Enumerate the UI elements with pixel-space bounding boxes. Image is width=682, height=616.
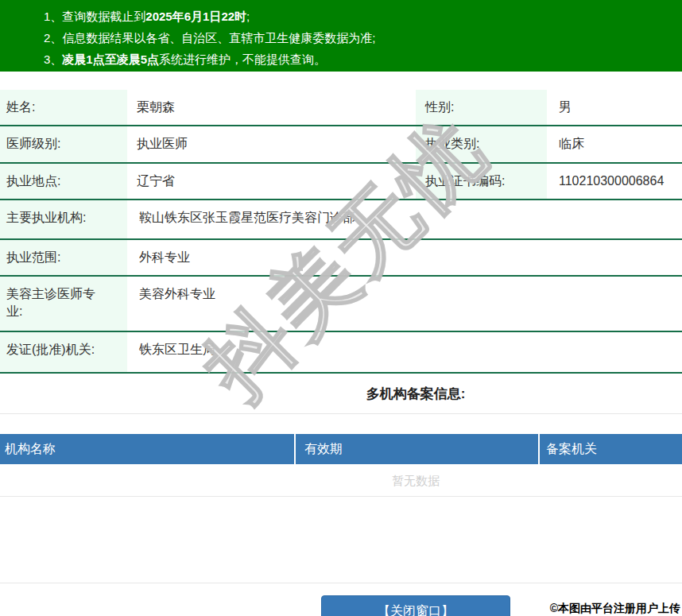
field-label-doctor-level: 医师级别: — [0, 126, 127, 162]
divider — [0, 497, 682, 583]
notice-text: ; — [246, 10, 250, 23]
field-value-issuing-authority: 铁东区卫生局 — [127, 332, 682, 372]
field-value-cosmetic-specialty: 美容外科专业 — [127, 277, 682, 331]
table-row: 执业地点: 辽宁省 执业证书编码: 110210300006864 — [0, 164, 682, 200]
table-row: 姓名: 栗朝森 性别: 男 — [0, 90, 682, 126]
multi-institution-section: 多机构备案信息: — [0, 374, 682, 414]
notice-text: 信息数据结果以各省、自治区、直辖市卫生健康委数据为准; — [62, 31, 375, 45]
notice-text-bold: 凌晨1点至凌晨5点 — [62, 52, 159, 66]
notice-item: 2、信息数据结果以各省、自治区、直辖市卫生健康委数据为准; — [44, 27, 682, 48]
table-row: 主要执业机构: 鞍山铁东区张玉霞星范医疗美容门诊部 — [0, 200, 682, 240]
field-value-name: 栗朝森 — [127, 90, 416, 125]
field-value-certificate-number: 110210300006864 — [547, 164, 682, 199]
field-label-cosmetic-specialty: 美容主诊医师专业: — [0, 277, 127, 331]
section-title: 多机构备案信息: — [366, 386, 466, 401]
field-label-practice-category: 执业类别: — [416, 126, 547, 162]
table-row: 医师级别: 执业医师 执业类别: 临床 — [0, 126, 682, 164]
field-label-practice-location: 执业地点: — [0, 164, 127, 199]
table-row: 执业范围: 外科专业 — [0, 240, 682, 277]
column-header-institution-name: 机构名称 — [0, 441, 294, 458]
field-value-gender: 男 — [547, 90, 682, 125]
field-label-name: 姓名: — [0, 90, 127, 125]
notice-number: 2、 — [44, 31, 62, 45]
close-window-button[interactable]: 【关闭窗口】 — [321, 595, 510, 616]
field-label-gender: 性别: — [416, 90, 547, 125]
field-value-main-institution: 鞍山铁东区张玉霞星范医疗美容门诊部 — [127, 200, 682, 238]
field-label-practice-scope: 执业范围: — [0, 240, 127, 275]
field-value-practice-location: 辽宁省 — [127, 164, 416, 199]
query-result-page: 1、查询数据截止到2025年6月1日22时; 2、信息数据结果以各省、自治区、直… — [0, 0, 682, 616]
column-header-filing-authority: 备案机关 — [538, 434, 682, 464]
field-label-certificate-number: 执业证书编码: — [416, 164, 547, 199]
notice-number: 1、 — [44, 10, 62, 23]
field-label-main-institution: 主要执业机构: — [0, 200, 127, 238]
column-header-validity-period: 有效期 — [294, 434, 538, 464]
notice-text-bold: 2025年6月1日22时 — [145, 10, 246, 23]
table-row: 美容主诊医师专业: 美容外科专业 — [0, 277, 682, 332]
notice-text: 系统进行维护，不能提供查询。 — [159, 52, 326, 66]
table-row: 发证(批准)机关: 铁东区卫生局 — [0, 332, 682, 374]
notice-banner: 1、查询数据截止到2025年6月1日22时; 2、信息数据结果以各省、自治区、直… — [0, 0, 682, 72]
field-label-issuing-authority: 发证(批准)机关: — [0, 332, 127, 372]
doctor-info-table: 姓名: 栗朝森 性别: 男 医师级别: 执业医师 执业类别: 临床 执业地点: … — [0, 90, 682, 374]
notice-item: 3、凌晨1点至凌晨5点系统进行维护，不能提供查询。 — [44, 48, 682, 70]
registration-table-header: 机构名称 有效期 备案机关 — [0, 434, 682, 464]
field-value-practice-category: 临床 — [547, 126, 682, 162]
copyright-note: ©本图由平台注册用户上传 — [550, 602, 680, 616]
empty-state-text: 暂无数据 — [0, 464, 682, 497]
field-value-practice-scope: 外科专业 — [127, 240, 682, 275]
field-value-doctor-level: 执业医师 — [127, 126, 416, 162]
notice-item: 1、查询数据截止到2025年6月1日22时; — [44, 6, 682, 27]
notice-number: 3、 — [44, 52, 62, 66]
notice-text: 查询数据截止到 — [62, 10, 145, 23]
